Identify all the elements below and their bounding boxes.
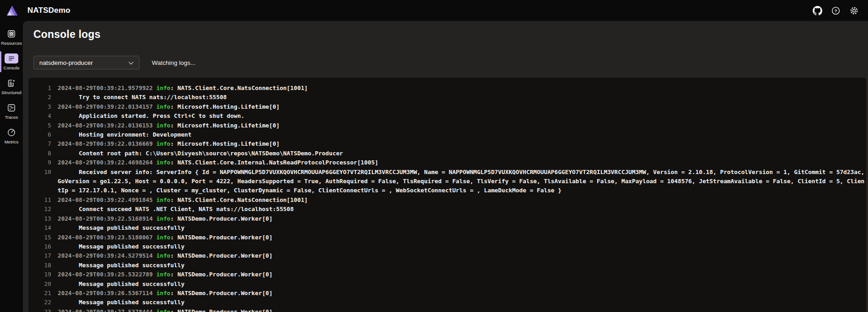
log-text: 2024-08-29T00:39:22.5168914 info: NATSDe…: [51, 214, 866, 223]
log-line: 6 Hosting environment: Development: [28, 130, 866, 139]
log-timestamp: 2024-08-29T00:39:22.0134157: [58, 103, 153, 110]
log-level: info: [156, 290, 171, 296]
settings-icon[interactable]: [847, 4, 861, 17]
log-text: 2024-08-29T00:39:23.5180067 info: NATSDe…: [51, 233, 866, 242]
sidebar-item-label: Console: [4, 65, 20, 70]
line-number: 6: [34, 130, 51, 139]
line-number: 16: [34, 242, 51, 251]
log-line: 172024-08-29T00:39:24.5279514 info: NATS…: [28, 251, 866, 260]
resource-select-value: natsdemo-producer: [39, 59, 129, 66]
sidebar-item-structured[interactable]: Structured: [0, 74, 23, 99]
log-line: 8 Content root path: C:\Users\Divyesh\so…: [28, 149, 866, 158]
line-number: 21: [34, 289, 51, 298]
log-level: info: [156, 196, 171, 203]
line-number: 22: [34, 298, 51, 307]
help-icon[interactable]: ?: [829, 4, 842, 17]
aspire-logo-icon: [6, 5, 18, 17]
log-line: 12 Connect succeed NATS .NET Client, NAT…: [28, 205, 866, 214]
line-number: 23: [34, 307, 51, 312]
log-text: Hosting environment: Development: [51, 130, 866, 139]
line-number: 15: [34, 233, 51, 242]
sidebar-item-console[interactable]: Console: [0, 49, 23, 74]
chevron-down-icon: [129, 59, 134, 66]
line-number: 13: [34, 214, 51, 223]
log-level: info: [156, 215, 171, 222]
log-line: 10 Received server info: ServerInfo { Id…: [28, 168, 866, 196]
log-line: 52024-08-29T00:39:22.0136153 info: Micro…: [28, 121, 866, 130]
log-line: 20 Message published successfully: [28, 280, 866, 289]
log-line: 12024-08-29T00:39:21.9579922 info: NATS.…: [28, 84, 866, 93]
line-number: 1: [34, 84, 51, 93]
log-text: 2024-08-29T00:39:22.0136669 info: Micros…: [51, 139, 866, 148]
log-text: 2024-08-29T00:39:24.5279514 info: NATSDe…: [51, 251, 866, 260]
github-icon[interactable]: [810, 4, 824, 17]
log-text: Message published successfully: [51, 261, 866, 270]
svg-text:?: ?: [834, 8, 837, 13]
log-text: Application started. Press Ctrl+C to shu…: [51, 111, 866, 121]
log-line: 232024-08-29T00:39:27.5378444 info: NATS…: [28, 307, 866, 312]
log-timestamp: 2024-08-29T00:39:21.9579922: [58, 85, 153, 91]
log-level: info: [156, 308, 171, 312]
line-number: 10: [34, 168, 51, 177]
log-level: info: [156, 122, 171, 129]
watch-status: Watching logs...: [152, 59, 196, 66]
log-line: 2 Try to connect NATS nats://localhost:5…: [28, 93, 866, 102]
log-toolbar: natsdemo-producer Watching logs...: [33, 56, 868, 69]
document-sparkle-icon: [5, 78, 18, 88]
log-viewer[interactable]: 12024-08-29T00:39:21.9579922 info: NATS.…: [28, 78, 866, 312]
log-timestamp: 2024-08-29T00:39:26.5367114: [58, 290, 153, 296]
log-text: Message published successfully: [51, 298, 866, 307]
log-timestamp: 2024-08-29T00:39:22.4698264: [58, 159, 153, 166]
log-level: info: [156, 159, 171, 166]
log-text: Connect succeed NATS .NET Client, NATS n…: [51, 205, 866, 214]
log-text: Message published successfully: [51, 280, 866, 289]
line-number: 19: [34, 270, 51, 279]
log-text: 2024-08-29T00:39:22.4991845 info: NATS.C…: [51, 196, 866, 205]
log-line: 4 Application started. Press Ctrl+C to s…: [28, 111, 866, 121]
log-text: 2024-08-29T00:39:25.5322789 info: NATSDe…: [51, 270, 866, 279]
log-text: Received server info: ServerInfo { Id = …: [51, 168, 866, 196]
line-number: 5: [34, 121, 51, 130]
log-level: info: [156, 85, 171, 91]
log-text: 2024-08-29T00:39:21.9579922 info: NATS.C…: [51, 84, 866, 93]
gauge-icon: [5, 127, 18, 137]
top-bar: NATSDemo ?: [0, 0, 868, 21]
line-number: 20: [34, 280, 51, 289]
line-number: 11: [34, 196, 51, 205]
sidebar-item-resources[interactable]: Resources: [0, 25, 23, 49]
log-line: 112024-08-29T00:39:22.4991845 info: NATS…: [28, 196, 866, 205]
line-number: 14: [34, 223, 51, 233]
line-number: 12: [34, 205, 51, 214]
log-line: 32024-08-29T00:39:22.0134157 info: Micro…: [28, 102, 866, 111]
sidebar-item-label: Traces: [5, 115, 18, 120]
log-timestamp: 2024-08-29T00:39:27.5378444: [58, 308, 153, 312]
line-number: 2: [34, 93, 51, 102]
sidebar-item-traces[interactable]: Traces: [0, 99, 23, 123]
sidebar-item-label: Structured: [1, 90, 21, 95]
log-timestamp: 2024-08-29T00:39:22.0136669: [58, 140, 153, 147]
line-number: 3: [34, 102, 51, 111]
sidebar-item-metrics[interactable]: Metrics: [0, 123, 23, 148]
log-text: 2024-08-29T00:39:22.0136153 info: Micros…: [51, 121, 866, 130]
log-line: 22 Message published successfully: [28, 298, 866, 307]
sidebar-item-label: Metrics: [5, 139, 19, 144]
log-line: 72024-08-29T00:39:22.0136669 info: Micro…: [28, 139, 866, 148]
sidebar: Resources Console: [0, 21, 23, 312]
line-number: 9: [34, 158, 51, 167]
log-text: 2024-08-29T00:39:26.5367114 info: NATSDe…: [51, 289, 866, 298]
content-panel: Console logs natsdemo-producer Watching …: [23, 21, 868, 312]
app-window: NATSDemo ?: [0, 0, 868, 312]
log-text: 2024-08-29T00:39:22.4698264 info: NATS.C…: [51, 158, 866, 167]
log-line: 152024-08-29T00:39:23.5180067 info: NATS…: [28, 233, 866, 242]
log-timestamp: 2024-08-29T00:39:23.5180067: [58, 234, 153, 241]
log-line: 192024-08-29T00:39:25.5322789 info: NATS…: [28, 270, 866, 279]
log-text: 2024-08-29T00:39:22.0134157 info: Micros…: [51, 102, 866, 111]
resource-select[interactable]: natsdemo-producer: [33, 56, 139, 69]
active-indicator: [0, 51, 1, 72]
log-timestamp: 2024-08-29T00:39:24.5279514: [58, 252, 153, 259]
log-line: 132024-08-29T00:39:22.5168914 info: NATS…: [28, 214, 866, 223]
line-number: 8: [34, 149, 51, 158]
page-title: Console logs: [33, 28, 868, 41]
log-line: 14 Message published successfully: [28, 223, 866, 233]
log-level: info: [156, 252, 171, 259]
